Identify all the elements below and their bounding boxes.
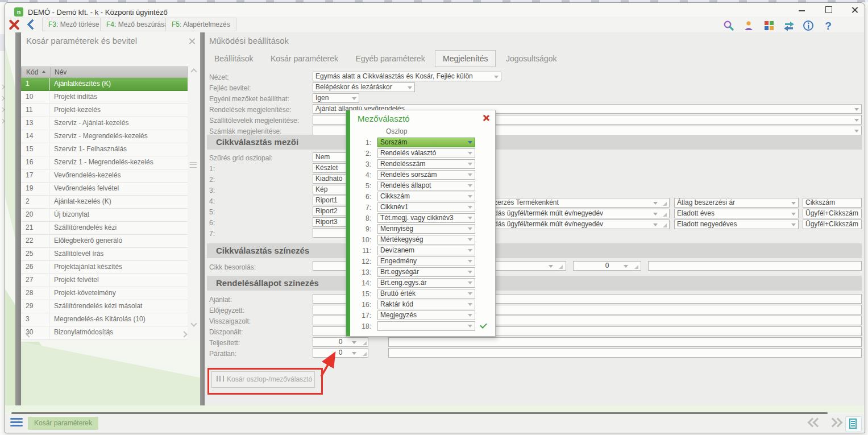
table-row[interactable]: 11Projekt-kezelés <box>21 104 188 117</box>
nav-next-icon[interactable] <box>829 419 844 427</box>
szinezes-text-field[interactable] <box>648 261 862 271</box>
table-row[interactable]: 13Szervíz - Ajánlat-kezelés <box>21 117 188 130</box>
riport-ar-dropdown[interactable]: Eladott negyedéves <box>674 219 799 229</box>
resize-grip-icon[interactable] <box>559 265 563 269</box>
table-row[interactable]: 19Vevőrendelés felvétel <box>21 183 188 196</box>
column-header-kod[interactable]: Kód <box>26 68 38 76</box>
popup-field-dropdown[interactable]: Sorszám <box>377 138 475 147</box>
resize-grip-icon[interactable] <box>634 265 638 269</box>
scroll-right-icon[interactable] <box>182 332 188 337</box>
table-header[interactable]: Kód Név <box>21 67 188 78</box>
nav-previous-icon[interactable] <box>809 419 824 427</box>
chevron-down-icon <box>468 206 472 209</box>
search-icon[interactable] <box>723 20 734 31</box>
panel-close-icon[interactable] <box>189 38 196 44</box>
table-row[interactable]: 17Vevőrendelés-kezelés <box>21 169 188 183</box>
resize-grip-icon[interactable] <box>363 341 367 345</box>
column-header-nev[interactable]: Név <box>55 68 67 76</box>
popup-field-dropdown[interactable]: Tét.megj. vagy cikknév3 <box>377 213 475 223</box>
maximize-button[interactable] <box>820 5 837 14</box>
table-row[interactable]: 15Szervíz 1- Felhasználás <box>21 143 188 156</box>
riport-kulcs-field[interactable]: Cikkszám <box>803 198 862 208</box>
popup-field-dropdown[interactable]: Devizanem <box>377 246 475 255</box>
paratlan-szin-text[interactable] <box>388 348 862 358</box>
f5-default-button[interactable]: F5: Alapértelmezés <box>165 18 236 31</box>
resize-grip-icon[interactable] <box>363 352 367 356</box>
popup-field-dropdown[interactable]: Bruttó érték <box>377 289 475 299</box>
riport-ar-dropdown[interactable]: Átlag beszerzési ár <box>674 198 799 208</box>
table-row[interactable]: 22Előlegbekérő generáló <box>21 235 188 248</box>
popup-field-dropdown[interactable]: Rendelésszám <box>377 159 475 169</box>
table-row[interactable]: 10Projekt indítás <box>21 91 188 104</box>
popup-field-dropdown[interactable] <box>377 321 475 331</box>
riport-ar-dropdown[interactable]: Eladott éves <box>674 209 799 218</box>
popup-field-dropdown[interactable]: Cikkszám <box>377 192 475 201</box>
szinezes-zero-dropdown[interactable]: 0 <box>573 261 641 271</box>
f4-insert-field-button[interactable]: F4: Mező beszúrása <box>100 18 175 31</box>
scroll-down-icon[interactable] <box>191 321 197 327</box>
horizontal-scroll-grip[interactable] <box>101 330 110 336</box>
table-row[interactable]: 20Új bizonylat <box>21 209 188 222</box>
egyeni-mezok-dropdown[interactable]: Igen <box>313 93 359 103</box>
teljesitett-szin-text[interactable] <box>388 337 862 347</box>
document-list-icon[interactable] <box>845 416 862 432</box>
popup-row-number: 10: <box>353 236 371 244</box>
menu-icon[interactable] <box>10 418 23 428</box>
scroll-left-icon[interactable] <box>25 332 31 337</box>
popup-field-dropdown[interactable]: Engedmény <box>377 256 475 266</box>
nezet-dropdown[interactable]: Egymás alatt a Cikkválasztás és Kosár, F… <box>313 72 501 81</box>
popup-close-icon[interactable] <box>483 114 489 121</box>
f3-delete-field-button[interactable]: F3: Mező törlése <box>42 18 105 31</box>
riport-kulcs-field[interactable]: Ügyfél+Cikkszám <box>803 219 862 229</box>
resize-grip-icon[interactable] <box>663 202 667 206</box>
field-value: Brt.eng.egys.ár <box>380 279 426 287</box>
popup-field-dropdown[interactable]: Rendelés állapot <box>377 181 475 190</box>
table-row[interactable]: 2Ajánlat-kezelés (K) <box>21 196 188 209</box>
status-tab-kosar-parameterek[interactable]: Kosár paraméterek <box>28 417 98 430</box>
panel-splitter[interactable] <box>200 32 205 405</box>
row-name: Projekt-kezelés <box>54 106 186 114</box>
popup-field-dropdown[interactable]: Mértékegység <box>377 235 475 245</box>
popup-field-dropdown[interactable]: Rendelés sorszám <box>377 170 475 180</box>
popup-field-dropdown[interactable]: Brt.eng.egys.ár <box>377 278 475 288</box>
table-row[interactable]: 14Szervíz - Megrendelés-kezelés <box>21 130 188 143</box>
help-icon[interactable]: ? <box>823 19 834 32</box>
confirm-check-icon[interactable] <box>479 322 487 330</box>
table-row[interactable]: 28Projekt-követelmény <box>21 287 188 300</box>
popup-field-dropdown[interactable]: Mennyiség <box>377 224 475 234</box>
close-button[interactable] <box>846 5 863 14</box>
table-row[interactable]: 21Szállítórendelés kézi <box>21 222 188 235</box>
resize-grip-icon[interactable] <box>663 213 667 217</box>
user-icon[interactable] <box>743 20 754 31</box>
popup-row-number: 15: <box>353 290 371 298</box>
table-row[interactable]: 1Ajánlatkészítés (K) <box>21 78 188 91</box>
popup-field-dropdown[interactable]: Brt.egységár <box>377 267 475 277</box>
table-row[interactable]: 27Projekt felvétel <box>21 274 188 287</box>
info-icon[interactable] <box>803 20 814 31</box>
vertical-scroll-grip[interactable] <box>190 162 197 168</box>
popup-field-dropdown[interactable]: Raktár kód <box>377 300 475 309</box>
minimize-button[interactable] <box>793 5 810 14</box>
back-icon[interactable] <box>27 18 35 28</box>
scroll-up-icon[interactable] <box>191 68 197 73</box>
tab-egyeb-parameterek[interactable]: Egyéb paraméterek <box>348 51 432 67</box>
column-divider[interactable] <box>50 67 51 77</box>
tab-megjelenites[interactable]: Megjelenítés <box>435 50 496 67</box>
table-row[interactable]: 3Megrendelés-és Kitárolás (10) <box>21 313 188 326</box>
exit-icon[interactable] <box>7 18 20 31</box>
tab-jogosultsagok[interactable]: Jogosultságok <box>499 51 564 67</box>
table-row[interactable]: 25Szállítólevél írás <box>21 248 188 261</box>
table-row[interactable]: 29Szállítórendelés kézi másolat <box>21 300 188 313</box>
popup-field-dropdown[interactable]: Megjegyzés <box>377 310 475 320</box>
table-row[interactable]: 26Projektajánlat készítés <box>21 261 188 274</box>
tab-beallitasok[interactable]: Beállítások <box>207 51 260 67</box>
tab-kosar-parameterek[interactable]: Kosár paraméterek <box>263 51 346 67</box>
popup-field-dropdown[interactable]: Cikknév1 <box>377 202 475 212</box>
popup-field-dropdown[interactable]: Rendelés választó <box>377 148 475 158</box>
table-row[interactable]: 16Szervíz 1 - Megrendelés-kezelés <box>21 156 188 169</box>
resize-grip-icon[interactable] <box>663 223 667 227</box>
apps-grid-icon[interactable] <box>763 20 775 31</box>
riport-kulcs-field[interactable]: Ügyfél+Cikkszám <box>803 209 862 218</box>
transfer-arrows-icon[interactable] <box>783 20 795 31</box>
fejlec-bevitel-dropdown[interactable]: Belépéskor és lezáráskor <box>313 82 415 92</box>
